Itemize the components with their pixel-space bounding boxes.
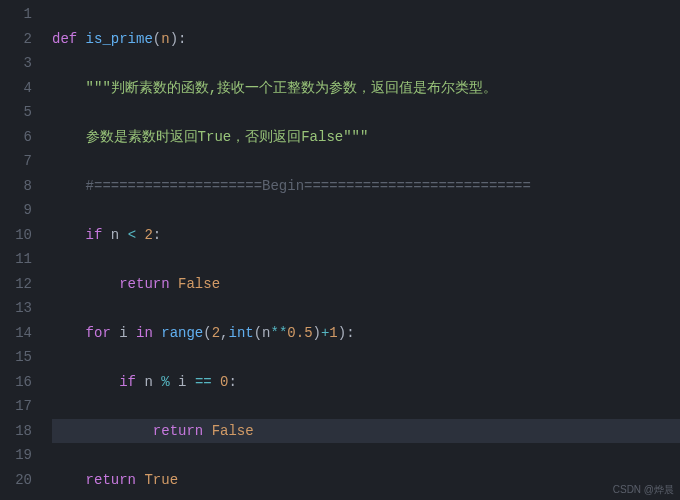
number: 2 [212, 325, 220, 341]
docstring: 参数是素数时返回True，否则返回False""" [86, 129, 369, 145]
docstring: """判断素数的函数,接收一个正整数为参数，返回值是布尔类型。 [86, 80, 498, 96]
number: 0 [220, 374, 228, 390]
keyword-for: for [86, 325, 120, 341]
line-number: 14 [0, 321, 32, 346]
builtin-int: int [228, 325, 253, 341]
code-line[interactable]: if n % i == 0: [52, 370, 680, 395]
variable: n [262, 325, 270, 341]
line-number: 15 [0, 345, 32, 370]
keyword-in: in [136, 325, 161, 341]
literal-false: False [178, 276, 220, 292]
line-number: 6 [0, 125, 32, 150]
line-number: 2 [0, 27, 32, 52]
code-line[interactable]: if n < 2: [52, 223, 680, 248]
line-number: 16 [0, 370, 32, 395]
line-number: 20 [0, 468, 32, 493]
punctuation: : [153, 227, 161, 243]
function-name: is_prime [86, 31, 153, 47]
code-line[interactable]: 参数是素数时返回True，否则返回False""" [52, 125, 680, 150]
builtin-range: range [161, 325, 203, 341]
line-number: 13 [0, 296, 32, 321]
operator: == [195, 374, 220, 390]
line-number: 1 [0, 2, 32, 27]
line-number: 3 [0, 51, 32, 76]
code-area[interactable]: def is_prime(n): """判断素数的函数,接收一个正整数为参数，返… [42, 0, 680, 500]
line-number: 12 [0, 272, 32, 297]
code-line[interactable]: #====================Begin==============… [52, 174, 680, 199]
line-number: 18 [0, 419, 32, 444]
watermark: CSDN @烨晨 [613, 483, 674, 497]
line-number: 7 [0, 149, 32, 174]
code-line[interactable]: def is_prime(n): [52, 27, 680, 52]
punctuation: ): [338, 325, 355, 341]
comment: #====================Begin==============… [86, 178, 531, 194]
punctuation: ( [254, 325, 262, 341]
line-number: 10 [0, 223, 32, 248]
line-number: 5 [0, 100, 32, 125]
code-line[interactable]: return False [52, 419, 680, 444]
number: 0.5 [287, 325, 312, 341]
line-number: 8 [0, 174, 32, 199]
variable: n [111, 227, 128, 243]
code-editor[interactable]: 1 2 3 4 5 6 7 8 9 10 11 12 13 14 15 16 1… [0, 0, 680, 500]
punctuation: ( [153, 31, 161, 47]
code-line[interactable]: """判断素数的函数,接收一个正整数为参数，返回值是布尔类型。 [52, 76, 680, 101]
parameter: n [161, 31, 169, 47]
code-line[interactable]: return False [52, 272, 680, 297]
code-line[interactable]: for i in range(2,int(n**0.5)+1): [52, 321, 680, 346]
keyword-return: return [119, 276, 178, 292]
code-line[interactable]: return True [52, 468, 680, 493]
punctuation: ) [313, 325, 321, 341]
variable: n [144, 374, 161, 390]
punctuation: : [229, 374, 237, 390]
keyword-if: if [86, 227, 111, 243]
operator: % [161, 374, 178, 390]
keyword-return: return [153, 423, 212, 439]
variable: i [119, 325, 136, 341]
line-number: 17 [0, 394, 32, 419]
line-highlight [52, 419, 680, 444]
number: 2 [144, 227, 152, 243]
punctuation: ): [170, 31, 187, 47]
operator: < [128, 227, 145, 243]
keyword-return: return [86, 472, 145, 488]
keyword-if: if [119, 374, 144, 390]
literal-false: False [212, 423, 254, 439]
line-number: 9 [0, 198, 32, 223]
literal-true: True [144, 472, 178, 488]
line-number: 4 [0, 76, 32, 101]
keyword-def: def [52, 31, 86, 47]
number: 1 [329, 325, 337, 341]
operator: ** [271, 325, 288, 341]
line-gutter: 1 2 3 4 5 6 7 8 9 10 11 12 13 14 15 16 1… [0, 0, 42, 500]
punctuation: ( [203, 325, 211, 341]
line-number: 11 [0, 247, 32, 272]
variable: i [178, 374, 195, 390]
line-number: 19 [0, 443, 32, 468]
